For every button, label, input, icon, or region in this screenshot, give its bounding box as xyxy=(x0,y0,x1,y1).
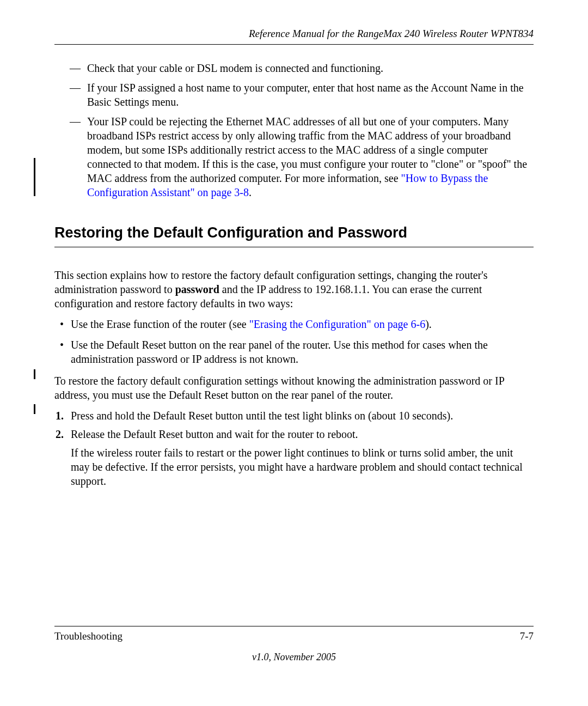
section-heading: Restoring the Default Configuration and … xyxy=(54,223,534,247)
step-item: 2. Release the Default Reset button and … xyxy=(71,427,534,441)
list-item: Your ISP could be rejecting the Ethernet… xyxy=(87,114,534,199)
intro-paragraph: This section explains how to restore the… xyxy=(54,268,534,311)
step-text: Release the Default Reset button and wai… xyxy=(71,428,358,440)
change-bar xyxy=(34,404,35,414)
list-item: Use the Default Reset button on the rear… xyxy=(71,338,534,366)
footer-page-number: 7-7 xyxy=(520,630,534,643)
step-item: 1. Press and hold the Default Reset butt… xyxy=(71,409,534,423)
intro-bold: password xyxy=(175,283,219,295)
step-item: If the wireless router fails to restart … xyxy=(71,446,534,488)
document-page: Reference Manual for the RangeMax 240 Wi… xyxy=(0,0,588,706)
list-item-text: If your ISP assigned a host name to your… xyxy=(87,82,524,108)
bullet-text-after: ). xyxy=(425,318,432,330)
numbered-steps: 1. Press and hold the Default Reset butt… xyxy=(54,409,534,488)
cross-reference-link[interactable]: "Erasing the Configuration" on page 6-6 xyxy=(249,318,425,330)
version-text: v1.0, November 2005 xyxy=(252,652,336,662)
step-number: 2. xyxy=(56,427,64,441)
change-bar xyxy=(34,369,35,379)
bullet-list: Use the Erase function of the router (se… xyxy=(54,317,534,366)
list-item-text-after: . xyxy=(249,186,252,198)
section-heading-text: Restoring the Default Configuration and … xyxy=(54,224,407,241)
page-header: Reference Manual for the RangeMax 240 Wi… xyxy=(54,27,534,45)
body-paragraph: To restore the factory default configura… xyxy=(54,374,534,402)
change-bar xyxy=(34,158,35,196)
step-text: If the wireless router fails to restart … xyxy=(71,447,523,487)
list-item-text: Check that your cable or DSL modem is co… xyxy=(87,62,383,74)
bullet-text: Use the Default Reset button on the rear… xyxy=(71,339,488,365)
bullet-text-before: Use the Erase function of the router (se… xyxy=(71,318,249,330)
page-footer: Troubleshooting 7-7 xyxy=(54,626,534,643)
step-number: 1. xyxy=(56,409,64,423)
step-text: Press and hold the Default Reset button … xyxy=(71,410,453,422)
header-title: Reference Manual for the RangeMax 240 Wi… xyxy=(249,28,534,39)
footer-section: Troubleshooting xyxy=(54,630,122,643)
list-item: Use the Erase function of the router (se… xyxy=(71,317,534,331)
list-item: If your ISP assigned a host name to your… xyxy=(87,81,534,109)
footer-version: v1.0, November 2005 xyxy=(0,651,588,664)
list-item: Check that your cable or DSL modem is co… xyxy=(87,61,534,75)
paragraph-text: To restore the factory default configura… xyxy=(54,375,504,401)
dash-list: Check that your cable or DSL modem is co… xyxy=(54,61,534,199)
